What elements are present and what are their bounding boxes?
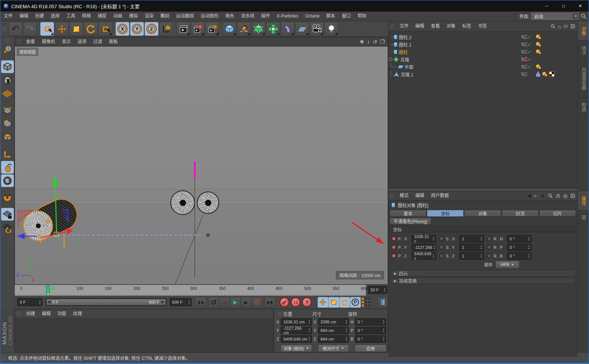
tab-caps[interactable]: 封顶 — [502, 210, 539, 217]
mat-menu-edit[interactable]: 编辑 — [38, 309, 54, 319]
frame-range-slider[interactable]: 0 F 600 F ◀ ▶ — [45, 298, 167, 306]
layer-toggle[interactable] — [521, 35, 525, 39]
record-dot-rh[interactable] — [487, 236, 492, 241]
palette-grip[interactable] — [5, 38, 9, 42]
zoom-view-icon[interactable]: ↕ — [367, 39, 370, 45]
menu-select[interactable]: 选择 — [47, 12, 63, 21]
am-lock-icon[interactable] — [556, 193, 560, 198]
sx-field[interactable]: 1▲▼ — [459, 235, 484, 243]
rot-b-field[interactable]: 0 °▲▼ — [355, 335, 386, 343]
object-name[interactable]: 圆柱.2 — [399, 34, 412, 40]
mograph-button[interactable] — [266, 22, 280, 36]
lock-z-button[interactable]: Z — [145, 22, 158, 36]
subdivision-surface-button[interactable] — [252, 22, 265, 36]
phong-tag-icon[interactable] — [542, 72, 548, 77]
rot-p-field[interactable]: 0 °▲▼ — [355, 327, 386, 334]
enabled-check[interactable]: ✓ — [527, 49, 532, 55]
tab-basic[interactable]: 基本 — [390, 210, 426, 217]
search-icon[interactable] — [581, 13, 586, 19]
make-editable-button[interactable] — [1, 44, 14, 56]
phong-tag-icon[interactable] — [536, 34, 541, 39]
phong-tag-icon[interactable] — [536, 42, 541, 47]
maximize-button[interactable]: □ — [555, 0, 572, 12]
primitive-cube-button[interactable] — [223, 22, 236, 36]
menu-character[interactable]: 角色 — [222, 12, 237, 21]
enabled-check[interactable]: ✓ — [527, 57, 532, 62]
previous-frame-button[interactable]: ◁ — [219, 297, 230, 308]
environment-button[interactable] — [295, 22, 309, 36]
key-pla-button[interactable] — [361, 297, 372, 308]
record-dot-sx[interactable] — [439, 236, 444, 241]
menu-animate[interactable]: 动画 — [110, 12, 126, 21]
vp-menu-panel[interactable]: 面板 — [105, 37, 121, 47]
om-add-panel-icon[interactable] — [570, 24, 575, 29]
render-settings-button[interactable] — [205, 22, 219, 36]
py-field[interactable]: -1127.266▲▼ — [412, 244, 436, 251]
size-y-field[interactable]: 844 cm▲▼ — [318, 327, 349, 334]
timeline-layers-button[interactable] — [377, 297, 388, 308]
quaternion-fold[interactable]: ▶ 四元 — [391, 270, 575, 276]
am-menu-mode[interactable]: 模式 — [396, 191, 412, 200]
toolbar-grip[interactable] — [2, 27, 6, 31]
menu-motion-tracker[interactable]: 运动跟踪 — [173, 12, 197, 21]
play-button[interactable]: ▶ — [230, 297, 241, 308]
record-dot-rp[interactable] — [487, 245, 492, 250]
tab-layers[interactable]: 层 — [578, 211, 589, 224]
deformer-button[interactable] — [281, 22, 294, 36]
pos-x-field[interactable]: 1036.31 cm▲▼ — [281, 318, 312, 326]
am-back-icon[interactable]: ◀ — [527, 193, 531, 198]
om-menu-view[interactable]: 查看 — [428, 22, 443, 31]
pan-view-icon[interactable]: ✥ — [360, 39, 364, 45]
rh-field[interactable]: 0 °▲▼ — [507, 235, 532, 243]
move-button[interactable] — [55, 22, 69, 36]
menu-edit[interactable]: 编辑 — [16, 12, 32, 21]
menu-tools[interactable]: 工具 — [63, 12, 79, 21]
points-mode-button[interactable] — [1, 104, 14, 117]
range-end-field[interactable]: 600 F ▲▼ — [170, 298, 192, 306]
polygons-mode-button[interactable] — [1, 131, 14, 143]
rp-field[interactable]: 0 °▲▼ — [507, 244, 532, 251]
tab-coordinates[interactable]: 坐标 — [427, 210, 464, 217]
coords-grip[interactable] — [277, 311, 281, 316]
object-row-child[interactable]: 平面 ✓ — [388, 63, 577, 70]
vp-menu-filter[interactable]: 过滤 — [90, 37, 105, 47]
menu-simulate[interactable]: 模拟 — [126, 12, 141, 21]
layer-toggle[interactable] — [521, 50, 525, 54]
object-name[interactable]: 圆柱.1 — [399, 41, 412, 48]
om-menu-edit[interactable]: 编辑 — [412, 22, 428, 31]
om-home-icon[interactable]: ⌂ — [558, 23, 561, 29]
last-selection-button[interactable] — [98, 22, 112, 36]
am-search-icon[interactable] — [548, 193, 553, 198]
menu-window[interactable]: 窗口 — [338, 12, 354, 21]
object-row[interactable]: − 克隆 ✓ — [388, 56, 577, 63]
lock-x-button[interactable]: X — [116, 22, 129, 36]
record-dot-pz[interactable] — [391, 253, 396, 258]
track-end-dot[interactable] — [207, 234, 210, 237]
orbit-view-icon[interactable]: ↺ — [373, 39, 377, 45]
edges-mode-button[interactable] — [1, 117, 14, 130]
loop-button[interactable]: ↻ — [252, 297, 262, 308]
om-search-icon[interactable] — [551, 24, 555, 29]
om-eye-icon[interactable] — [564, 25, 568, 28]
material-list-empty[interactable] — [15, 319, 273, 352]
sz-field[interactable]: 1▲▼ — [459, 252, 484, 260]
tab-attributes[interactable]: 属性 — [578, 191, 589, 211]
workplane-mode-button[interactable] — [1, 87, 14, 100]
spline-pen-button[interactable] — [237, 22, 251, 36]
object-name[interactable]: 克隆 — [400, 56, 409, 63]
axis-mode-button[interactable] — [1, 148, 14, 160]
key-position-button[interactable] — [318, 297, 328, 308]
position-mode-dropdown[interactable]: 对象 (相对)▼ — [281, 345, 312, 352]
viewport-3d-view[interactable]: 透视视图 — [15, 47, 388, 284]
close-button[interactable]: ✕ — [572, 0, 589, 12]
menu-snap[interactable]: 捕捉 — [94, 12, 110, 21]
object-name[interactable]: 圆柱 — [399, 49, 408, 55]
workplane-lock-button[interactable] — [1, 208, 14, 221]
px-field[interactable]: 1036.31 c▲▼ — [412, 235, 436, 243]
keying-options-button[interactable]: ? — [302, 297, 312, 307]
menu-xparticles[interactable]: X-Particles — [273, 12, 302, 21]
goto-end-button[interactable]: ▶▮ — [265, 297, 275, 308]
am-forward-icon[interactable]: ▶ — [534, 193, 538, 198]
enabled-check[interactable]: ✓ — [527, 42, 532, 47]
live-selection-button[interactable] — [40, 22, 54, 36]
